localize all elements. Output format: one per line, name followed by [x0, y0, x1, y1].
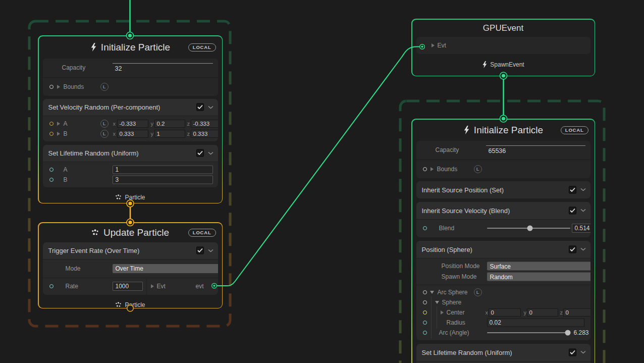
rate-field[interactable]: 1000 [113, 282, 143, 291]
arc-slider-handle[interactable] [565, 330, 570, 335]
vector-port[interactable] [49, 122, 53, 126]
edge-evt-to-gpuevent[interactable] [217, 47, 419, 286]
block-enabled-checkbox[interactable] [569, 245, 576, 253]
chevron-down-icon[interactable] [580, 188, 586, 191]
block-inherit-source-velocity[interactable]: Inherit Source Velocity (Blend) Blend [416, 202, 591, 237]
value-field[interactable]: 1 [113, 165, 213, 174]
capacity-field[interactable]: 65536 [486, 145, 585, 154]
node-title-bar[interactable]: Update Particle LOCAL [39, 223, 222, 242]
chevron-down-icon[interactable] [208, 106, 213, 109]
check-icon [570, 350, 575, 354]
arc-sphere-row: Arc Sphere L [416, 287, 591, 297]
y-field[interactable]: 0.2 [154, 120, 185, 128]
bounds-port[interactable] [423, 167, 427, 171]
bounds-port[interactable] [49, 85, 53, 89]
lock-icon[interactable]: L [100, 83, 109, 91]
lock-letter: L [103, 84, 106, 89]
blend-field[interactable]: 0.514 [572, 224, 591, 233]
node-title-bar[interactable]: Initialize Particle LOCAL [39, 36, 222, 59]
block-set-velocity-random[interactable]: Set Velocity Random (Per-component) A L [43, 99, 218, 141]
expand-arrow-icon[interactable] [151, 284, 154, 288]
arcsphere-port[interactable] [423, 290, 427, 294]
spawn-mode-value: Random [490, 273, 513, 280]
block-header[interactable]: Inherit Source Position (Set) [416, 181, 591, 198]
float-port[interactable] [423, 331, 427, 335]
block-header[interactable]: Set Lifetime Random (Uniform) [43, 145, 218, 162]
block-header[interactable]: Set Lifetime Random (Uniform) [416, 344, 591, 361]
chevron-down-icon[interactable] [580, 248, 586, 251]
spawn-mode-dropdown[interactable]: Random [487, 273, 591, 281]
lock-icon[interactable]: L [100, 120, 109, 128]
chevron-down-icon[interactable] [208, 151, 213, 154]
lock-icon[interactable]: L [100, 130, 109, 138]
block-enabled-checkbox[interactable] [569, 186, 576, 193]
block-enabled-checkbox[interactable] [569, 348, 576, 356]
x-field[interactable]: 0 [489, 308, 521, 317]
radius-field[interactable]: 0.02 [487, 318, 584, 327]
blend-slider-handle[interactable] [527, 226, 532, 231]
sphere-label: Sphere [442, 299, 462, 306]
block-set-lifetime-random[interactable]: Set Lifetime Random (Uniform) A 1 [43, 145, 218, 187]
expand-arrow-icon[interactable] [57, 85, 60, 89]
node-title-bar[interactable]: GPUEvent [412, 20, 595, 37]
node-initialize-particle-right[interactable]: Initialize Particle LOCAL Capacity 65536… [411, 119, 595, 363]
chevron-down-icon[interactable] [208, 249, 213, 252]
lock-icon[interactable]: L [474, 165, 482, 173]
vector-port[interactable] [49, 132, 53, 136]
float-port[interactable] [49, 178, 53, 182]
expand-arrow-icon[interactable] [441, 310, 444, 315]
position-mode-dropdown[interactable]: Surface [487, 262, 591, 271]
lightning-icon [482, 61, 487, 68]
block-set-lifetime-random[interactable]: Set Lifetime Random (Uniform) [416, 344, 591, 363]
node-update-particle[interactable]: Update Particle LOCAL Trigger Event Rate… [38, 222, 223, 308]
block-header[interactable]: Set Velocity Random (Per-component) [43, 99, 218, 116]
chevron-down-icon[interactable] [580, 351, 586, 354]
node-initialize-particle-left[interactable]: Initialize Particle LOCAL Capacity 32 Bo… [38, 35, 223, 203]
vfx-graph-canvas[interactable]: Initialize Particle LOCAL Capacity 32 Bo… [0, 0, 644, 363]
capacity-field[interactable]: 32 [113, 63, 213, 72]
expand-arrow-icon[interactable] [431, 167, 434, 171]
float-port[interactable] [423, 321, 427, 325]
arc-slider-track[interactable] [487, 332, 568, 333]
x-field[interactable]: 0.333 [117, 130, 148, 138]
float-port[interactable] [49, 284, 53, 288]
float-port[interactable] [423, 226, 427, 230]
y-field[interactable]: 0 [527, 308, 558, 317]
expand-arrow-icon[interactable] [57, 132, 60, 136]
arc-field[interactable]: 6.283 [571, 328, 591, 337]
axis-x-label: x [486, 309, 489, 316]
capacity-row: Capacity 65536 [416, 141, 591, 160]
block-header[interactable]: Position (Sphere) [416, 241, 591, 258]
value-field[interactable]: 3 [113, 175, 213, 184]
lock-icon[interactable]: L [474, 288, 482, 296]
vector3-port[interactable] [423, 310, 427, 315]
capacity-label: Capacity [62, 64, 86, 71]
block-position-sphere[interactable]: Position (Sphere) Position Mode Surface [416, 241, 591, 340]
block-header[interactable]: Inherit Source Velocity (Blend) [416, 202, 591, 219]
chevron-down-icon[interactable] [580, 209, 586, 212]
node-gpuevent[interactable]: GPUEvent Evt SpawnEvent [411, 19, 595, 76]
block-header[interactable]: Trigger Event Rate (Over Time) [43, 242, 218, 259]
block-enabled-checkbox[interactable] [196, 149, 204, 157]
block-enabled-checkbox[interactable] [569, 206, 576, 214]
lightning-icon [463, 126, 469, 134]
z-field[interactable]: 0 [563, 308, 591, 317]
expand-arrow-icon[interactable] [57, 122, 60, 126]
float-port[interactable] [49, 168, 53, 172]
collapse-arrow-icon[interactable] [430, 291, 434, 294]
sphere-port[interactable] [423, 300, 427, 304]
y-field[interactable]: 1 [154, 130, 185, 138]
mode-dropdown[interactable]: Over Time [113, 264, 218, 273]
z-field[interactable]: -0.333 [191, 120, 218, 128]
x-field[interactable]: -0.333 [117, 120, 148, 128]
block-inherit-source-position[interactable]: Inherit Source Position (Set) [416, 181, 591, 198]
collapse-arrow-icon[interactable] [435, 301, 439, 304]
axis-z-label: z [560, 309, 563, 316]
node-title-bar[interactable]: Initialize Particle LOCAL [412, 120, 595, 141]
block-enabled-checkbox[interactable] [196, 247, 204, 254]
block-trigger-event-rate[interactable]: Trigger Event Rate (Over Time) Mode Over… [43, 242, 218, 295]
z-field[interactable]: 0.333 [191, 130, 218, 138]
evt-in-label: Evt [157, 283, 166, 290]
block-enabled-checkbox[interactable] [196, 103, 204, 111]
property-row-b: B 3 [43, 175, 218, 185]
